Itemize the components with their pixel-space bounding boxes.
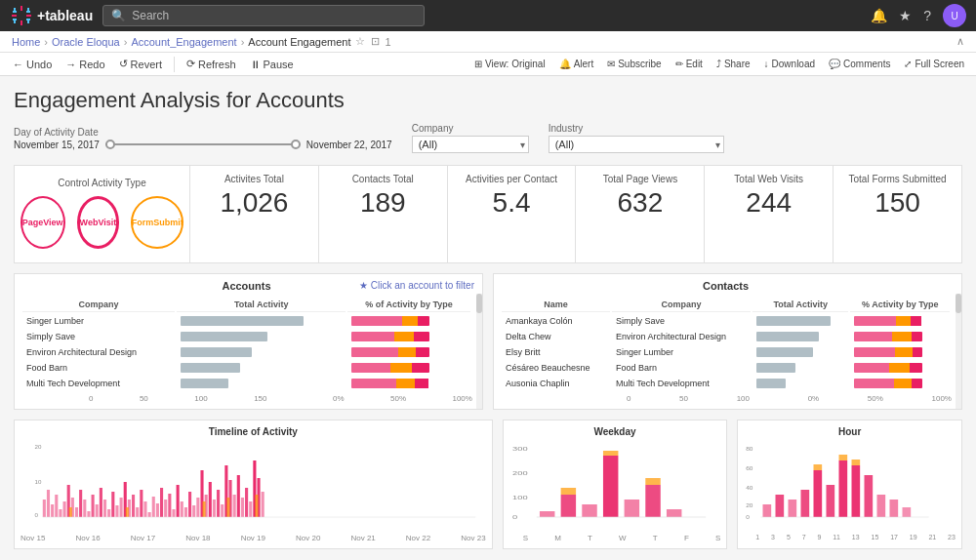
logo: +tableau <box>10 4 93 27</box>
svg-rect-87 <box>560 488 575 495</box>
control-label: Control Activity Type <box>19 174 185 188</box>
svg-rect-69 <box>262 492 264 517</box>
avatar[interactable]: U <box>943 4 966 27</box>
table-row[interactable]: Simply Save <box>22 330 470 343</box>
svg-rect-88 <box>603 451 618 456</box>
refresh-button[interactable]: ⟳ Refresh <box>182 56 241 72</box>
breadcrumb: Home › Oracle Eloqua › Account_Engagemen… <box>12 35 391 48</box>
svg-rect-34 <box>120 498 123 517</box>
kpi-wv-value: 244 <box>709 186 829 220</box>
edit-button[interactable]: ✏ Edit <box>671 57 707 71</box>
svg-rect-103 <box>852 465 861 517</box>
pct-bar <box>347 314 470 328</box>
svg-rect-31 <box>107 509 110 517</box>
hour-panel: Hour 80 60 40 20 0 <box>737 420 962 549</box>
industry-select[interactable]: (All) <box>549 136 724 153</box>
svg-rect-17 <box>51 504 54 517</box>
activity-bar <box>177 314 346 328</box>
view-original-button[interactable]: ⊞ View: Original <box>470 57 549 71</box>
kpi-contacts-label: Contacts Total <box>323 174 443 184</box>
svg-rect-81 <box>560 495 575 517</box>
table-row[interactable]: Singer Lumber <box>22 314 470 328</box>
svg-rect-18 <box>55 495 58 517</box>
pct-bar <box>347 361 470 375</box>
svg-rect-62 <box>233 495 236 517</box>
company-select[interactable]: (All) <box>412 136 529 153</box>
svg-rect-110 <box>852 460 861 465</box>
circle-pageview[interactable]: PageView <box>20 196 65 249</box>
table-row[interactable]: Food Barn <box>22 361 470 375</box>
svg-rect-57 <box>213 500 216 517</box>
share-button[interactable]: ⤴ Share <box>712 57 754 71</box>
contact-name: Elsy Britt <box>502 345 610 359</box>
filters: Day of Activity Date November 15, 2017 N… <box>14 123 962 153</box>
circle-webvisit[interactable]: WebVisit <box>77 196 120 249</box>
help-icon[interactable]: ? <box>923 8 931 23</box>
svg-rect-24 <box>79 490 82 517</box>
download-button[interactable]: ↓ Download <box>760 57 819 71</box>
pause-button[interactable]: ⏸ Pause <box>245 57 299 72</box>
svg-rect-51 <box>188 492 191 517</box>
alert-button[interactable]: 🔔 Alert <box>555 57 598 71</box>
table-row[interactable]: Césáreo Beauchesne Food Barn <box>502 361 950 375</box>
breadcrumb-home[interactable]: Home <box>12 36 40 48</box>
table-row[interactable]: Elsy Britt Singer Lumber <box>502 345 950 359</box>
timeline-panel: Timeline of Activity 20 10 0 <box>14 420 493 549</box>
svg-rect-29 <box>100 488 102 517</box>
svg-text:20: 20 <box>35 443 43 450</box>
table-row[interactable]: Multi Tech Development <box>22 377 470 390</box>
svg-text:80: 80 <box>747 445 754 452</box>
nav-icons: 🔔 ★ ? U <box>871 4 966 27</box>
share-icon[interactable]: ⊡ <box>371 35 380 48</box>
svg-rect-41 <box>148 512 151 517</box>
table-row[interactable]: Delta Chew Environ Architectural Design <box>502 330 950 343</box>
accounts-x-axis: 050100150 0%50%100% <box>20 394 472 403</box>
kpi-apc-value: 5.4 <box>452 186 572 220</box>
svg-rect-52 <box>192 505 195 517</box>
collapse-icon[interactable]: ∧ <box>956 35 964 48</box>
activity-bar <box>177 361 346 375</box>
comments-button[interactable]: 💬 Comments <box>825 57 894 71</box>
svg-rect-48 <box>177 485 180 517</box>
hour-chart: 80 60 40 20 0 <box>744 441 956 529</box>
undo-button[interactable]: ← Undo <box>8 57 57 72</box>
svg-rect-26 <box>87 511 90 517</box>
table-row[interactable]: Amankaya Colón Simply Save <box>502 314 950 328</box>
svg-rect-10 <box>13 19 17 20</box>
kpi-wv-label: Total Web Visits <box>709 174 829 184</box>
contact-activity-bar <box>752 361 849 375</box>
accounts-scrollbar[interactable] <box>476 294 482 409</box>
full-screen-button[interactable]: ⤢ Full Screen <box>900 57 968 71</box>
star-icon[interactable]: ★ <box>899 8 912 23</box>
accounts-filter-link[interactable]: ★ Click an account to filter <box>359 280 474 291</box>
contact-pct-bar <box>850 345 950 359</box>
date-filter-label: Day of Activity Date <box>14 127 392 138</box>
svg-rect-20 <box>63 501 66 517</box>
revert-button[interactable]: ↺ Revert <box>114 56 167 72</box>
contact-name: Delta Chew <box>502 330 610 343</box>
svg-rect-27 <box>92 495 95 517</box>
contact-activity-bar <box>752 377 849 390</box>
breadcrumb-account-engagement[interactable]: Account_Engagement <box>131 36 236 48</box>
redo-button[interactable]: → Redo <box>61 57 109 72</box>
kpi-pv-label: Total Page Views <box>580 174 700 184</box>
timeline-x-axis: Nov 15Nov 16Nov 17Nov 18 Nov 19Nov 20Nov… <box>20 534 486 542</box>
svg-rect-59 <box>221 504 224 517</box>
timeline-chart: 20 10 0 <box>20 441 486 529</box>
breadcrumb-oracle[interactable]: Oracle Eloqua <box>52 36 120 48</box>
activity-bar <box>177 345 346 359</box>
timeline-title: Timeline of Activity <box>20 426 486 437</box>
svg-rect-71 <box>126 507 129 517</box>
svg-rect-2 <box>12 15 17 17</box>
date-slider[interactable] <box>105 143 301 145</box>
contact-company: Singer Lumber <box>612 345 751 359</box>
bell-icon[interactable]: 🔔 <box>871 8 887 23</box>
company-name: Multi Tech Development <box>22 377 175 390</box>
table-row[interactable]: Environ Architectural Design <box>22 345 470 359</box>
table-row[interactable]: Ausonia Chaplin Multi Tech Development <box>502 377 950 390</box>
subscribe-button[interactable]: ✉ Subscribe <box>603 57 665 71</box>
circle-formsubmit[interactable]: FormSubmit <box>131 196 183 249</box>
favorite-icon[interactable]: ☆ <box>355 35 365 48</box>
search-bar[interactable]: 🔍 Search <box>102 5 425 26</box>
contacts-scrollbar[interactable] <box>956 294 961 409</box>
